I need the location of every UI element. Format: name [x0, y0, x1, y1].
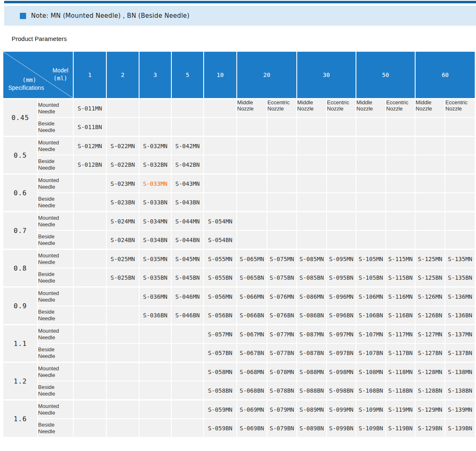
empty-cell — [356, 174, 386, 193]
model-code-cell: S-096MN — [327, 287, 356, 306]
empty-cell — [356, 155, 386, 174]
model-code-cell: S-067MN — [237, 325, 267, 344]
model-code-cell: S-117MN — [386, 325, 415, 344]
empty-cell — [415, 193, 445, 212]
model-code-cell: S-098BN — [327, 381, 356, 400]
empty-cell — [237, 174, 267, 193]
empty-cell — [327, 212, 356, 231]
model-code-cell: S-076BN — [267, 306, 297, 325]
needle-type-cell: Mounted Needle — [38, 249, 73, 269]
needle-type-cell: Beside Needle — [38, 118, 73, 137]
needle-type-cell: Mounted Needle — [38, 287, 73, 306]
empty-cell — [415, 137, 445, 156]
table-row: Beside NeedleS-011BN — [3, 118, 475, 137]
empty-cell — [356, 212, 386, 231]
table-body: 0.45Mounted NeedleS-011MNMiddle NozzleEc… — [3, 99, 475, 438]
empty-cell — [415, 174, 445, 193]
model-code-cell: S-116BN — [386, 306, 415, 325]
note-text: Note: MN (Mounted Needle) , BN (Beside N… — [31, 12, 190, 19]
table-row: 1.2Mounted NeedleS-058MNS-068MNS-078MNS-… — [3, 362, 475, 381]
model-code-cell: S-024MN — [106, 212, 139, 231]
empty-cell — [297, 230, 327, 249]
model-code-cell: S-136BN — [445, 306, 475, 325]
model-code-cell: S-075BN — [267, 268, 297, 287]
model-code-cell: S-139BN — [445, 419, 475, 437]
table-row: Beside NeedleS-059BNS-069BNS-079BNS-089B… — [3, 419, 475, 437]
empty-cell — [106, 306, 139, 325]
empty-cell — [171, 99, 204, 118]
model-code-cell: S-095BN — [327, 268, 356, 287]
empty-cell — [139, 400, 171, 419]
column-header-2ml: 2 — [106, 51, 139, 99]
model-code-cell: S-068BN — [237, 381, 267, 400]
empty-cell — [386, 137, 415, 156]
needle-type-cell: Beside Needle — [38, 268, 73, 287]
empty-cell — [73, 212, 106, 231]
model-code-cell: S-129BN — [415, 419, 445, 437]
model-code-cell: S-126BN — [415, 306, 445, 325]
empty-cell — [267, 118, 297, 137]
model-code-cell: S-085BN — [297, 268, 327, 287]
model-code-cell: S-045MN — [171, 249, 204, 269]
empty-cell — [297, 212, 327, 231]
model-code-cell: S-057BN — [204, 343, 237, 362]
model-code-cell: S-129MN — [415, 400, 445, 419]
model-code-cell: S-108BN — [356, 381, 386, 400]
empty-cell — [237, 137, 267, 156]
model-code-cell: S-137BN — [445, 343, 475, 362]
nozzle-subheader-cell: Eccentric Nozzle — [445, 99, 475, 118]
nozzle-subheader-cell: Eccentric Nozzle — [386, 99, 415, 118]
empty-cell — [139, 99, 171, 118]
model-code-cell: S-069MN — [237, 400, 267, 419]
empty-cell — [171, 362, 204, 381]
model-code-cell: S-088BN — [297, 381, 327, 400]
model-code-cell: S-069BN — [237, 419, 267, 437]
model-code-cell: S-105MN — [356, 249, 386, 269]
needle-type-cell: Beside Needle — [38, 306, 73, 325]
model-code-cell: S-117BN — [386, 343, 415, 362]
needle-type-cell: Beside Needle — [38, 193, 73, 212]
empty-cell — [297, 118, 327, 137]
model-code-cell: S-118BN — [386, 381, 415, 400]
empty-cell — [73, 249, 106, 269]
model-code-cell: S-042BN — [171, 155, 204, 174]
model-code-cell: S-099BN — [327, 419, 356, 437]
empty-cell — [237, 193, 267, 212]
nozzle-subheader-cell: Middle Nozzle — [356, 99, 386, 118]
model-code-cell: S-125BN — [415, 268, 445, 287]
column-header-20ml: 20 — [237, 51, 297, 99]
model-code-cell: S-135MN — [445, 249, 475, 269]
table-row: Beside NeedleS-036BNS-046BNS-056BNS-066B… — [3, 306, 475, 325]
model-code-cell: S-056BN — [204, 306, 237, 325]
spec-cell: 0.9 — [3, 287, 38, 325]
nozzle-subheader-cell: Middle Nozzle — [415, 99, 445, 118]
empty-cell — [73, 287, 106, 306]
empty-cell — [237, 118, 267, 137]
column-header-30ml: 30 — [297, 51, 356, 99]
model-code-cell: S-036MN — [139, 287, 171, 306]
table-header-row: Model (ml) (mm) Specifications 123510203… — [3, 51, 475, 99]
empty-cell — [386, 174, 415, 193]
empty-cell — [106, 325, 139, 344]
model-code-cell: S-116MN — [386, 287, 415, 306]
model-code-cell: S-043MN — [171, 174, 204, 193]
table-row: Beside NeedleS-057BNS-067BNS-077BNS-087B… — [3, 343, 475, 362]
empty-cell — [139, 343, 171, 362]
empty-cell — [237, 230, 267, 249]
model-code-cell: S-079MN — [267, 400, 297, 419]
empty-cell — [327, 193, 356, 212]
empty-cell — [171, 400, 204, 419]
model-code-highlighted[interactable]: S-033MN — [139, 174, 171, 193]
spec-cell: 1.1 — [3, 325, 38, 362]
model-code-cell: S-138BN — [445, 381, 475, 400]
model-code-cell: S-025BN — [106, 268, 139, 287]
model-code-cell: S-127BN — [415, 343, 445, 362]
model-code-cell: S-115BN — [386, 268, 415, 287]
corner-header-cell: Model (ml) (mm) Specifications — [3, 51, 73, 99]
model-code-cell: S-096BN — [327, 306, 356, 325]
table-row: 0.7Mounted NeedleS-024MNS-034MNS-044MNS-… — [3, 212, 475, 231]
column-header-3ml: 3 — [139, 51, 171, 99]
model-code-cell: S-128MN — [415, 362, 445, 381]
model-code-cell: S-097BN — [327, 343, 356, 362]
empty-cell — [327, 174, 356, 193]
